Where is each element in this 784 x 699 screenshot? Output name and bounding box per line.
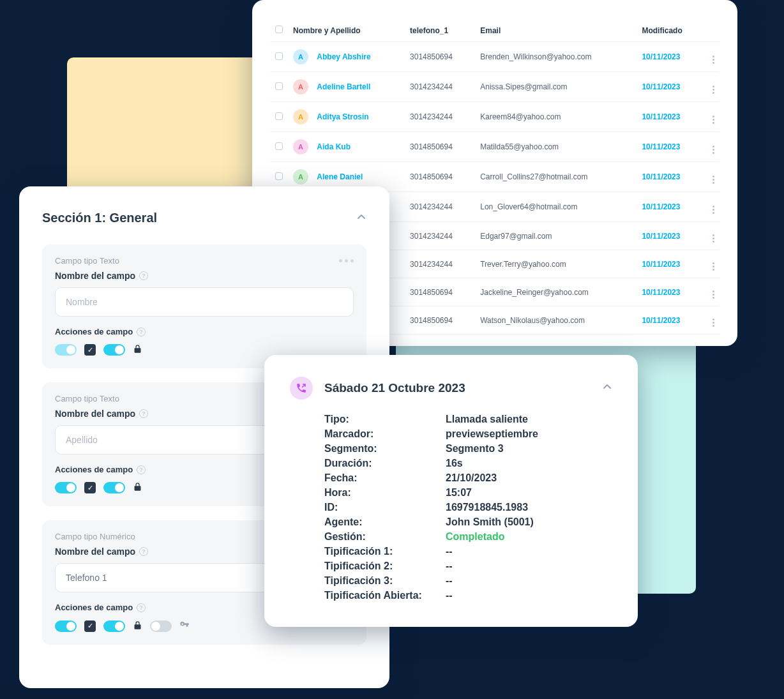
checkbox-required[interactable]: ✓	[84, 620, 96, 632]
row-menu-icon[interactable]	[712, 146, 714, 154]
field-name-label: Nombre del campo?	[55, 271, 354, 281]
label-fecha: Fecha:	[324, 472, 446, 484]
toggle-switch[interactable]	[55, 620, 77, 632]
row-checkbox[interactable]	[275, 52, 283, 60]
field-type-label: Campo tipo Numérico	[55, 532, 135, 541]
value-tip-abierta: --	[446, 590, 612, 601]
row-menu-icon[interactable]	[712, 86, 714, 94]
field-name-input[interactable]: Nombre	[55, 287, 354, 317]
avatar: A	[293, 169, 308, 184]
table-header-row: Nombre y Apellido telefono_1 Email Modif…	[270, 19, 720, 42]
chevron-up-icon[interactable]	[602, 382, 612, 395]
cell-email: Edgar97@gmail.com	[475, 222, 637, 250]
cell-email: Jackeline_Reinger@yahoo.com	[475, 278, 637, 306]
value-segmento: Segmento 3	[446, 443, 612, 455]
value-hora: 15:07	[446, 487, 612, 499]
toggle-switch[interactable]	[55, 482, 77, 493]
modified-date-link[interactable]: 10/11/2023	[642, 112, 680, 121]
lock-icon[interactable]	[133, 482, 142, 493]
row-menu-icon[interactable]	[712, 176, 714, 184]
row-menu-icon[interactable]	[712, 290, 714, 299]
cell-email: Trever.Terry@yahoo.com	[475, 250, 637, 278]
cell-phone: 3014850694	[405, 132, 475, 162]
toggle-switch[interactable]	[103, 482, 125, 493]
section-title: Sección 1: General	[42, 211, 157, 225]
row-menu-icon[interactable]	[712, 206, 714, 214]
modified-date-link[interactable]: 10/11/2023	[642, 316, 680, 325]
help-icon[interactable]: ?	[139, 409, 148, 418]
row-checkbox[interactable]	[275, 82, 283, 90]
cell-phone: 3014234244	[405, 102, 475, 132]
cell-email: Matilda55@yahoo.com	[475, 132, 637, 162]
cell-phone: 3014234244	[405, 192, 475, 222]
table-row[interactable]: A Abbey Abshire 3014850694 Brenden_Wilki…	[270, 42, 720, 72]
row-menu-icon[interactable]	[712, 116, 714, 124]
col-email[interactable]: Email	[475, 19, 637, 42]
field-type-label: Campo tipo Texto	[55, 394, 119, 403]
help-icon[interactable]: ?	[137, 465, 146, 474]
label-tipo: Tipo:	[324, 414, 446, 425]
cell-email: Kareem84@yahoo.com	[475, 102, 637, 132]
table-row[interactable]: A Aditya Strosin 3014234244 Kareem84@yah…	[270, 102, 720, 132]
label-gestion: Gestión:	[324, 531, 446, 543]
contact-name-link[interactable]: Aida Kub	[317, 142, 351, 151]
toggle-switch-off[interactable]	[150, 620, 172, 632]
modified-date-link[interactable]: 10/11/2023	[642, 52, 680, 61]
toggle-switch[interactable]	[103, 620, 125, 632]
row-menu-icon[interactable]	[712, 56, 714, 64]
contact-name-link[interactable]: Alene Daniel	[317, 172, 363, 181]
col-name[interactable]: Nombre y Apellido	[288, 19, 405, 42]
cell-email: Carroll_Collins27@hotmail.com	[475, 162, 637, 192]
contact-name-link[interactable]: Adeline Bartell	[317, 82, 370, 91]
table-row[interactable]: A Aida Kub 3014850694 Matilda55@yahoo.co…	[270, 132, 720, 162]
section-header[interactable]: Sección 1: General	[42, 211, 366, 225]
field-actions-label: Acciones de campo?	[55, 327, 354, 336]
modified-date-link[interactable]: 10/11/2023	[642, 260, 680, 269]
toggle-switch[interactable]	[103, 344, 125, 356]
value-tipo: Llamada saliente	[446, 414, 612, 425]
modified-date-link[interactable]: 10/11/2023	[642, 232, 680, 241]
label-tip2: Tipificación 2:	[324, 560, 446, 572]
lock-icon[interactable]	[133, 620, 142, 632]
row-menu-icon[interactable]	[712, 319, 714, 327]
help-icon[interactable]: ?	[139, 271, 148, 280]
modified-date-link[interactable]: 10/11/2023	[642, 142, 680, 151]
help-icon[interactable]: ?	[139, 547, 148, 556]
col-modified[interactable]: Modificado	[637, 19, 704, 42]
field-menu-icon[interactable]	[339, 259, 354, 262]
key-icon[interactable]	[179, 620, 190, 632]
value-agente: John Smith (5001)	[446, 516, 612, 528]
cell-email: Watson_Nikolaus@yahoo.com	[475, 306, 637, 334]
checkbox-required[interactable]: ✓	[84, 482, 96, 493]
select-all-checkbox[interactable]	[275, 26, 283, 33]
row-checkbox[interactable]	[275, 112, 283, 120]
row-menu-icon[interactable]	[712, 234, 714, 243]
table-row[interactable]: A Adeline Bartell 3014234244 Anissa.Sipe…	[270, 72, 720, 102]
field-type-label: Campo tipo Texto	[55, 256, 119, 266]
row-menu-icon[interactable]	[712, 262, 714, 271]
lock-icon[interactable]	[133, 344, 142, 356]
avatar: A	[293, 79, 308, 94]
row-checkbox[interactable]	[275, 142, 283, 150]
cell-phone: 3014234244	[405, 222, 475, 250]
row-checkbox[interactable]	[275, 172, 283, 180]
checkbox-required[interactable]: ✓	[84, 344, 96, 356]
contact-name-link[interactable]: Abbey Abshire	[317, 52, 370, 61]
chevron-up-icon[interactable]	[356, 212, 366, 225]
modified-date-link[interactable]: 10/11/2023	[642, 82, 680, 91]
modified-date-link[interactable]: 10/11/2023	[642, 202, 680, 211]
cell-phone: 3014850694	[405, 162, 475, 192]
col-phone[interactable]: telefono_1	[405, 19, 475, 42]
modified-date-link[interactable]: 10/11/2023	[642, 288, 680, 297]
help-icon[interactable]: ?	[137, 603, 146, 612]
toggle-switch[interactable]	[55, 344, 77, 356]
detail-date-title: Sábado 21 Octubre 2023	[324, 381, 591, 395]
cell-phone: 3014850694	[405, 306, 475, 334]
contact-name-link[interactable]: Aditya Strosin	[317, 112, 368, 121]
modified-date-link[interactable]: 10/11/2023	[642, 172, 680, 181]
cell-email: Anissa.Sipes@gmail.com	[475, 72, 637, 102]
help-icon[interactable]: ?	[137, 327, 146, 336]
avatar: A	[293, 139, 308, 154]
label-tip3: Tipificación 3:	[324, 575, 446, 587]
cell-email: Brenden_Wilkinson@yahoo.com	[475, 42, 637, 72]
